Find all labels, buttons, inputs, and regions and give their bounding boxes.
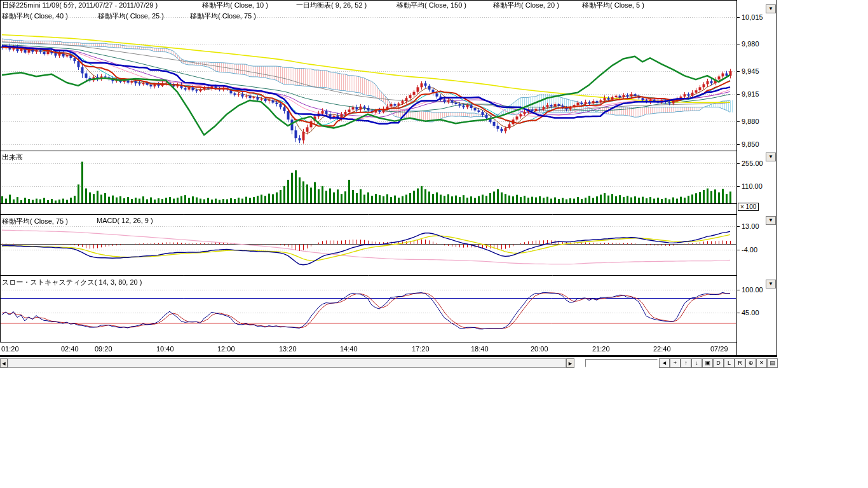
- scroll-left-icon[interactable]: ◄: [659, 358, 670, 368]
- bottom-border: [0, 355, 777, 357]
- stoch-axis-label: 45.00: [742, 309, 759, 316]
- panel-dropdown-arrow-icon[interactable]: ▼: [766, 216, 776, 225]
- bottom-scrollbar-row: ◄ ► ◄+↑↓▣DLR⊕✕▤: [0, 358, 788, 368]
- app-window: 日経225mini 11/09( 5分, 2011/07/27 - 2011/0…: [0, 0, 868, 488]
- stochastics-panel-label: スロー・ストキャスティクス( 14, 3, 80, 20 ): [2, 278, 142, 287]
- axis-tick: [737, 44, 740, 44]
- time-axis-label: 18:40: [471, 345, 489, 353]
- panel-dropdown-arrow-icon[interactable]: ▼: [766, 152, 776, 161]
- letter-r-button[interactable]: R: [735, 358, 745, 368]
- legend-indicator: 移動平均( Close, 20 ): [493, 1, 559, 10]
- target-icon[interactable]: ⊕: [745, 358, 756, 368]
- time-axis-label: 21:20: [592, 345, 610, 353]
- legend-indicator: 移動平均( Close, 5 ): [582, 1, 644, 10]
- chart-title: 日経225mini 11/09( 5分, 2011/07/27 - 2011/0…: [2, 1, 158, 10]
- time-axis-label: 07/29: [710, 345, 728, 353]
- close-icon[interactable]: ✕: [756, 358, 767, 368]
- zoom-in-icon[interactable]: +: [670, 358, 681, 368]
- price-axis-label: 9,945: [742, 67, 759, 75]
- volume-axis-label: 110.00: [742, 182, 763, 190]
- panel-dropdown-arrow-icon[interactable]: ▼: [766, 280, 776, 288]
- y-axis-strip: × 100 10,0159,9809,9459,9159,8809,850255…: [736, 0, 777, 356]
- time-axis-label: 14:40: [340, 345, 358, 353]
- time-axis-label: 13:20: [279, 345, 297, 353]
- macd-axis-label: -4.00: [742, 246, 757, 254]
- legend-indicator: 移動平均( Close, 75 ): [190, 11, 256, 21]
- volume-multiplier-label: × 100: [738, 203, 759, 211]
- axis-tick: [737, 250, 740, 250]
- time-axis-label: 09:20: [95, 345, 112, 353]
- axis-tick: [737, 71, 740, 72]
- legend-indicator: 移動平均( Close, 25 ): [98, 11, 164, 21]
- volume-axis-label: 255.00: [742, 159, 763, 167]
- price-axis-label: 10,015: [742, 13, 763, 21]
- legend-indicator: 移動平均( Close, 10 ): [202, 1, 268, 10]
- letter-l-button[interactable]: L: [724, 358, 735, 368]
- time-axis-label: 12:00: [217, 345, 235, 353]
- time-axis-label: 20:00: [531, 345, 548, 353]
- legend-indicator: 移動平均( Close, 150 ): [397, 1, 466, 10]
- price-axis-label: 9,880: [742, 118, 759, 125]
- legend-indicator: 移動平均( Close, 40 ): [2, 11, 68, 21]
- arrow-down-icon[interactable]: ↓: [691, 358, 702, 368]
- price-axis-label: 9,915: [742, 90, 759, 98]
- axis-tick: [737, 290, 740, 290]
- time-axis: 01:2002:4009:2010:4012:0013:2014:4017:20…: [0, 342, 736, 356]
- legend-indicator: 一目均衡表( 9, 26, 52 ): [296, 1, 367, 10]
- axis-tick: [737, 144, 740, 145]
- window-border-left: [0, 0, 1, 356]
- stoch-axis-label: 100.00: [742, 286, 763, 294]
- axis-tick: [737, 17, 740, 18]
- macd-axis-label: 13.00: [742, 222, 759, 230]
- scrollbar-track[interactable]: [8, 358, 566, 368]
- grid-icon[interactable]: ▣: [702, 358, 713, 368]
- letter-d-button[interactable]: D: [713, 358, 724, 368]
- scrollbar-right-arrow[interactable]: ►: [566, 358, 574, 368]
- axis-tick: [737, 163, 740, 164]
- axis-tick: [737, 94, 740, 95]
- layout-icon[interactable]: ▤: [767, 358, 778, 368]
- time-axis-label: 22:40: [653, 345, 671, 353]
- axis-tick: [737, 186, 740, 187]
- axis-tick: [737, 226, 740, 227]
- arrow-up-icon[interactable]: ↑: [681, 358, 691, 368]
- panel-dropdown-arrow-icon[interactable]: ▼: [766, 4, 776, 13]
- scrollbar-left-arrow[interactable]: ◄: [0, 358, 8, 368]
- macd-panel-label: MACD( 12, 26, 9 ): [97, 217, 153, 224]
- time-axis-label: 02:40: [61, 345, 79, 353]
- axis-tick: [737, 121, 740, 122]
- status-box: [585, 359, 658, 367]
- time-axis-label: 01:20: [1, 345, 19, 353]
- chart-canvas[interactable]: [0, 0, 736, 342]
- volume-panel-label: 出来高: [2, 152, 23, 162]
- time-axis-label: 17:20: [412, 345, 430, 353]
- time-axis-label: 10:40: [156, 345, 174, 353]
- price-axis-label: 9,850: [742, 140, 759, 148]
- macd-ma-label: 移動平均( Close, 75 ): [2, 217, 68, 226]
- price-axis-label: 9,980: [742, 40, 759, 48]
- axis-tick: [737, 313, 740, 313]
